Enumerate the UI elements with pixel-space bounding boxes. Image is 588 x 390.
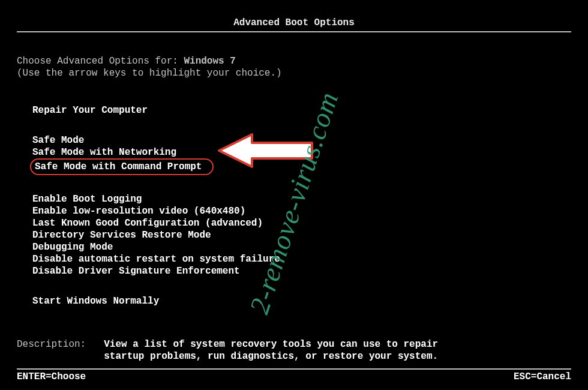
intro-os-name: Windows 7 xyxy=(184,56,235,67)
menu-item[interactable]: Disable Driver Signature Enforcement xyxy=(30,265,571,277)
menu-item[interactable]: Directory Services Restore Mode xyxy=(30,229,571,241)
footer-esc-hint: ESC=Cancel xyxy=(514,371,571,383)
menu-group-safemode: Safe ModeSafe Mode with NetworkingSafe M… xyxy=(30,134,571,175)
menu-item[interactable]: Enable low-resolution video (640x480) xyxy=(30,205,571,217)
menu-item[interactable]: Safe Mode with Command Prompt xyxy=(30,158,214,175)
intro-prefix: Choose Advanced Options for: xyxy=(17,56,184,67)
menu-item[interactable]: Enable Boot Logging xyxy=(30,193,571,205)
intro-hint: (Use the arrow keys to highlight your ch… xyxy=(17,67,571,79)
menu-item[interactable]: Disable automatic restart on system fail… xyxy=(30,253,571,265)
footer-enter-hint: ENTER=Choose xyxy=(17,371,86,383)
menu-item[interactable]: Debugging Mode xyxy=(30,241,571,253)
menu-group-normal: Start Windows Normally xyxy=(30,295,571,307)
title-divider xyxy=(17,31,571,32)
menu-group-advanced: Enable Boot LoggingEnable low-resolution… xyxy=(30,193,571,277)
menu-item[interactable]: Last Known Good Configuration (advanced) xyxy=(30,217,571,229)
menu-item[interactable]: Start Windows Normally xyxy=(30,295,571,307)
intro-block: Choose Advanced Options for: Windows 7 (… xyxy=(17,55,571,79)
description-label: Description: xyxy=(17,338,86,362)
description-body: View a list of system recovery tools you… xyxy=(104,338,440,362)
description-block: Description: View a list of system recov… xyxy=(17,338,571,362)
footer: ENTER=Choose ESC=Cancel xyxy=(17,368,571,383)
menu-item[interactable]: Repair Your Computer xyxy=(30,104,571,116)
menu-item[interactable]: Safe Mode with Networking xyxy=(30,146,571,158)
footer-divider xyxy=(17,368,571,370)
page-title: Advanced Boot Options xyxy=(17,0,571,29)
boot-options-screen: Advanced Boot Options Choose Advanced Op… xyxy=(0,0,588,390)
boot-menu[interactable]: Repair Your Computer Safe ModeSafe Mode … xyxy=(30,104,571,307)
menu-group-repair: Repair Your Computer xyxy=(30,104,571,116)
menu-item[interactable]: Safe Mode xyxy=(30,134,571,146)
